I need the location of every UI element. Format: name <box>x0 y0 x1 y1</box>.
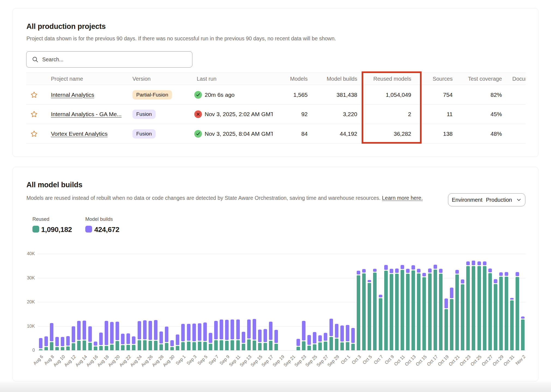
run-success-icon <box>194 130 202 138</box>
col-header-model-builds[interactable]: Model builds <box>327 76 357 82</box>
favorite-star-icon[interactable] <box>30 91 38 99</box>
version-badge: Fusion <box>132 129 156 138</box>
models-value: 92 <box>301 111 308 117</box>
gridline-baseline <box>38 350 526 351</box>
col-header-sources[interactable]: Sources <box>433 76 453 82</box>
sources-value: 11 <box>447 111 453 117</box>
environment-dropdown[interactable]: Environment Production <box>448 193 525 206</box>
x-tick-aug-18: Aug 18 <box>96 354 110 368</box>
col-header-last-run[interactable]: Last run <box>197 76 216 82</box>
bar-oct-8 <box>384 265 388 350</box>
x-tick-sep-25: Sep 25 <box>304 354 318 368</box>
environment-value: Production <box>486 197 512 203</box>
bar-oct-17 <box>434 265 437 350</box>
bar-aug-26 <box>149 321 152 350</box>
x-tick-oct-5: Oct 5 <box>362 354 373 365</box>
bar-sep-4 <box>198 323 201 350</box>
bar-oct-15 <box>422 273 426 350</box>
x-tick-sep-19: Sep 19 <box>271 354 285 368</box>
bar-oct-29 <box>499 272 503 350</box>
learn-more-link[interactable]: Learn more here. <box>382 195 423 201</box>
bar-aug-25 <box>143 320 147 350</box>
sources-value: 754 <box>443 92 453 98</box>
x-tick-oct-7: Oct 7 <box>373 354 384 365</box>
search-box[interactable] <box>26 51 192 68</box>
version-badge: Partial-Fusion <box>132 90 172 99</box>
bar-oct-14 <box>417 269 420 350</box>
y-tick-40k: 40K <box>13 251 35 256</box>
bar-sep-24 <box>307 335 311 350</box>
x-tick-aug-30: Aug 30 <box>162 354 176 368</box>
x-tick-aug-22: Aug 22 <box>118 354 132 368</box>
favorite-star-icon[interactable] <box>30 130 38 138</box>
run-success-icon <box>194 91 202 99</box>
bar-oct-30 <box>505 272 508 350</box>
bar-sep-2 <box>187 324 190 350</box>
col-header-version[interactable]: Version <box>132 76 151 82</box>
bar-sep-1 <box>181 324 185 350</box>
bar-aug-27 <box>154 320 158 350</box>
bar-aug-18 <box>105 321 108 350</box>
bar-aug-20 <box>116 322 119 350</box>
builds-card-title: All model builds <box>26 181 82 189</box>
bar-oct-1 <box>346 325 349 350</box>
bar-oct-2 <box>351 328 355 350</box>
test-coverage-value: 82% <box>491 92 502 98</box>
bar-aug-8 <box>50 323 53 350</box>
bar-sep-26 <box>318 335 322 350</box>
x-tick-oct-15: Oct 15 <box>414 354 428 367</box>
x-tick-aug-14: Aug 14 <box>74 354 88 368</box>
bar-oct-11 <box>401 265 404 350</box>
x-tick-oct-27: Oct 27 <box>480 354 494 367</box>
model-builds-chart: 40K 30K 20K 10K 0 Aug 6Aug 8Aug 10Aug 12… <box>13 254 539 379</box>
bar-aug-16 <box>94 342 97 350</box>
bar-aug-17 <box>99 333 103 350</box>
bar-aug-10 <box>61 337 64 350</box>
favorite-star-icon[interactable] <box>30 110 38 118</box>
projects-card-title: All production projects <box>26 22 106 31</box>
bar-sep-17 <box>269 322 273 350</box>
bar-oct-4 <box>362 269 366 350</box>
x-tick-sep-5: Sep 5 <box>196 354 209 366</box>
bar-oct-9 <box>390 269 393 350</box>
gridline-30k <box>38 278 526 278</box>
project-name-link[interactable]: Internal Analytics - GA Me... <box>51 111 122 117</box>
bar-aug-19 <box>110 322 114 350</box>
bar-aug-30 <box>170 340 174 350</box>
search-input[interactable] <box>42 56 184 63</box>
gridline-40k <box>38 254 526 254</box>
y-tick-30k: 30K <box>13 275 35 281</box>
bar-aug-21 <box>121 334 125 350</box>
x-tick-sep-7: Sep 7 <box>207 354 220 366</box>
col-header-project-name[interactable]: Project name <box>51 76 83 82</box>
x-tick-oct-17: Oct 17 <box>426 354 439 367</box>
y-tick-20k: 20K <box>13 299 35 304</box>
table-header-row: Project name Version Last run Models Mod… <box>26 73 526 85</box>
model-builds-value: 44,192 <box>340 131 357 137</box>
last-run-cell: 20m 6s ago <box>194 91 286 99</box>
table-row: Internal Analytics Partial-Fusion 20m 6s… <box>26 85 526 105</box>
search-icon <box>32 56 38 62</box>
col-header-documentation[interactable]: Documentation <box>512 76 526 82</box>
bar-sep-11 <box>236 319 240 350</box>
page-bottom-gradient <box>0 381 551 392</box>
x-tick-oct-3: Oct 3 <box>351 354 362 365</box>
bar-aug-11 <box>66 336 70 350</box>
bar-sep-16 <box>264 329 267 350</box>
project-name-link[interactable]: Vortex Event Analytics <box>51 131 108 137</box>
builds-card-subtitle: Models are reused instead of rebuilt whe… <box>26 195 452 201</box>
project-name-link[interactable]: Internal Analytics <box>51 92 94 98</box>
bar-oct-19 <box>444 298 448 350</box>
x-tick-aug-28: Aug 28 <box>151 354 165 368</box>
bar-oct-3 <box>357 271 360 350</box>
legend-reused-label: Reused <box>32 216 49 222</box>
col-header-test-coverage[interactable]: Test coverage <box>468 76 502 82</box>
bar-aug-24 <box>138 321 141 350</box>
col-header-models[interactable]: Models <box>290 76 308 82</box>
bar-sep-9 <box>225 320 229 350</box>
x-tick-aug-24: Aug 24 <box>129 354 143 368</box>
bar-sep-22 <box>296 339 300 350</box>
last-run-text: 20m 6s ago <box>205 92 286 98</box>
x-tick-sep-1: Sep 1 <box>174 354 187 366</box>
version-badge: Fusion <box>132 110 156 119</box>
